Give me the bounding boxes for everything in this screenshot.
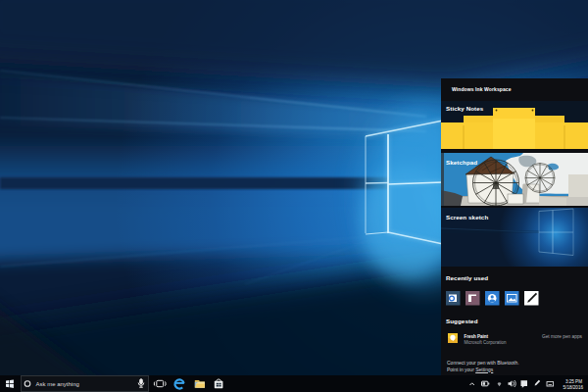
svg-text:Ask me anything: Ask me anything	[36, 381, 79, 387]
svg-text:3:25 PM: 3:25 PM	[565, 379, 582, 384]
svg-text:5/18/2016: 5/18/2016	[564, 385, 584, 390]
